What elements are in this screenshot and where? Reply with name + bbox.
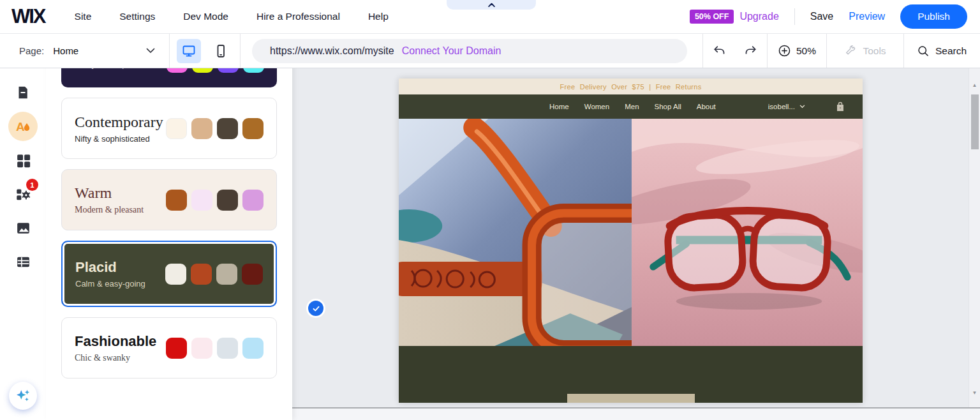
footer-element[interactable]: [567, 394, 695, 403]
site-nav-shop-all[interactable]: Shop All: [655, 103, 681, 110]
wix-logo[interactable]: WIX: [11, 5, 45, 28]
theme-swatches: [166, 338, 264, 359]
collapse-topbar-tab[interactable]: [447, 0, 536, 10]
theme-card-contemporary[interactable]: Contemporary Nifty & sophisticated: [61, 98, 277, 159]
theme-card-placid-selected[interactable]: Placid Calm & easy-going: [61, 241, 277, 307]
wix-editor: WIX Site Settings Dev Mode Hire a Profes…: [0, 0, 980, 420]
wrench-icon: [844, 45, 857, 57]
media-button[interactable]: [13, 218, 33, 237]
site-nav-men[interactable]: Men: [625, 103, 639, 110]
page-selector[interactable]: Page: Home: [0, 34, 169, 68]
undo-icon[interactable]: [713, 44, 727, 58]
color-swatch: [191, 190, 212, 211]
site-account-name: isobell...: [768, 103, 795, 110]
tools-button[interactable]: Tools: [827, 34, 903, 68]
site-design-button[interactable]: A: [8, 112, 38, 141]
zoom-plus-icon: [778, 44, 791, 57]
theme-name: Contemporary: [75, 114, 163, 131]
theme-tagline: Calm & easy-going: [75, 279, 145, 289]
svg-text:A: A: [16, 120, 25, 133]
page-icon: [15, 85, 31, 100]
history-controls: [703, 34, 767, 68]
desktop-icon: [181, 43, 197, 59]
bag-glyph: [836, 101, 845, 112]
color-swatch: [191, 264, 212, 285]
site-nav-home[interactable]: Home: [549, 103, 569, 110]
color-swatch: [166, 118, 187, 139]
theme-tagline: Modern & pleasant: [75, 205, 144, 215]
site-preview[interactable]: Free Delivery Over $75 | Free Returns Ho…: [399, 79, 863, 403]
menu-settings[interactable]: Settings: [119, 11, 155, 22]
chevron-down-icon[interactable]: [146, 48, 155, 54]
theme-swatches: [165, 264, 263, 285]
vertical-scrollbar[interactable]: ▲ ▼: [969, 68, 980, 407]
search-label: Search: [935, 45, 967, 57]
menu-site[interactable]: Site: [75, 11, 92, 22]
color-swatch: [217, 190, 238, 211]
desktop-view-button[interactable]: [177, 39, 201, 63]
theme-design-icon: A: [14, 117, 32, 135]
theme-swatches: [166, 118, 264, 139]
search-button[interactable]: Search: [904, 34, 979, 68]
cart-bag-icon[interactable]: [836, 101, 845, 112]
scroll-down-arrow[interactable]: ▼: [969, 390, 980, 396]
mobile-icon: [213, 43, 228, 59]
color-swatch: [166, 190, 187, 211]
upgrade-link[interactable]: Upgrade: [739, 11, 778, 22]
red-glasses-illustration: [632, 119, 863, 346]
theme-name: Fashionable: [75, 333, 156, 350]
check-icon: [311, 304, 321, 313]
theme-card-fashionable[interactable]: Fashionable Chic & swanky: [61, 317, 277, 379]
content-manager-button[interactable]: [13, 252, 33, 271]
app-market-button[interactable]: 1: [13, 184, 33, 204]
upgrade-group: 50% OFF Upgrade: [690, 10, 779, 24]
site-url-bar[interactable]: https://www.wix.com/mysite Connect Your …: [252, 39, 687, 63]
main-menu: Site Settings Dev Mode Hire a Profession…: [75, 11, 389, 22]
grid-icon: [15, 153, 31, 169]
url-section: https://www.wix.com/mysite Connect Your …: [241, 34, 702, 68]
menu-hire-a-professional[interactable]: Hire a Professional: [256, 11, 340, 22]
color-swatch: [191, 338, 212, 359]
theme-name: Warm: [75, 184, 144, 202]
site-nav-about[interactable]: About: [697, 103, 716, 110]
color-swatch: [216, 264, 237, 285]
editor-toolbar: Page: Home https:/: [0, 34, 980, 68]
canvas-bottom-strip: [292, 409, 980, 420]
hero-image-right[interactable]: [632, 119, 863, 346]
device-switcher: [170, 34, 240, 68]
hero-image-left[interactable]: [399, 119, 632, 346]
connect-domain-link[interactable]: Connect Your Domain: [402, 45, 501, 57]
theme-text: Warm Modern & pleasant: [75, 184, 144, 215]
page-label: Page:: [19, 45, 44, 56]
theme-text: Fashionable Chic & swanky: [75, 333, 156, 363]
site-url: https://www.wix.com/mysite: [270, 45, 394, 57]
save-button[interactable]: Save: [810, 11, 833, 22]
mobile-view-button[interactable]: [209, 39, 233, 63]
pages-menu-button[interactable]: [13, 83, 33, 102]
scroll-up-arrow[interactable]: ▲: [969, 82, 980, 88]
theme-tagline: Chic & swanky: [75, 353, 156, 363]
site-footer-section[interactable]: [399, 346, 863, 403]
add-apps-button[interactable]: [13, 151, 33, 170]
scrollbar-thumb[interactable]: [971, 94, 979, 149]
chevron-down-icon: [799, 105, 805, 109]
theme-card-warm[interactable]: Warm Modern & pleasant: [61, 169, 277, 230]
menubar-actions: 50% OFF Upgrade Save Preview Publish: [690, 4, 967, 29]
theme-swatches: [166, 190, 264, 211]
redo-icon[interactable]: [743, 44, 757, 58]
discount-badge[interactable]: 50% OFF: [690, 10, 734, 24]
site-account-menu[interactable]: isobell...: [768, 103, 805, 110]
chevron-up-icon: [487, 2, 496, 8]
preview-button[interactable]: Preview: [849, 11, 885, 22]
tools-label: Tools: [863, 45, 886, 57]
zoom-control[interactable]: 50%: [768, 34, 826, 68]
page-value[interactable]: Home: [53, 45, 78, 56]
glasses-closeup-illustration: [399, 119, 632, 346]
site-announcement-bar[interactable]: Free Delivery Over $75 | Free Returns: [399, 79, 863, 94]
menu-dev-mode[interactable]: Dev Mode: [183, 11, 228, 22]
menu-help[interactable]: Help: [368, 11, 389, 22]
site-nav-women[interactable]: Women: [584, 103, 609, 110]
site-nav-bar[interactable]: Home Women Men Shop All About isobell...: [399, 94, 863, 119]
ai-assistant-button[interactable]: [9, 382, 37, 410]
publish-button[interactable]: Publish: [900, 4, 967, 29]
